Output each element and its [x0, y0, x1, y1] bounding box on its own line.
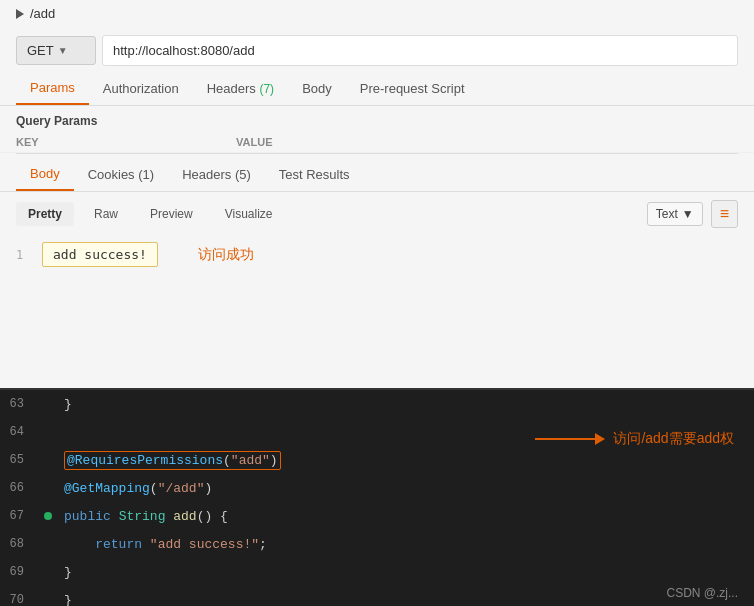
response-line: 1 add success! 访问成功: [16, 242, 738, 267]
format-visualize[interactable]: Visualize: [213, 202, 285, 226]
wrap-button[interactable]: ≡: [711, 200, 738, 228]
response-tabs: Body Cookies (1) Headers (5) Test Result…: [0, 158, 754, 192]
code-text-67: public String add() {: [60, 509, 754, 524]
headers-badge: (7): [259, 82, 274, 96]
tab-pre-request[interactable]: Pre-request Script: [346, 73, 479, 104]
arrow-shaft: [535, 438, 595, 440]
response-content: add success!: [42, 242, 158, 267]
format-type-label: Text: [656, 207, 678, 221]
code-text-70: }: [60, 593, 754, 607]
response-body: 1 add success! 访问成功: [0, 236, 754, 273]
col-key-header: KEY: [16, 136, 236, 148]
top-panel: /add GET ▼ Params Authorization Headers …: [0, 0, 754, 390]
line-num-70: 70: [0, 593, 36, 606]
tab-params[interactable]: Params: [16, 72, 89, 105]
watermark: CSDN @.zj...: [666, 586, 738, 600]
code-text-63: }: [60, 397, 754, 412]
url-input[interactable]: [102, 35, 738, 66]
cookies-badge: (1): [138, 167, 154, 182]
line-num-68: 68: [0, 537, 36, 551]
code-annotation: 访问/add需要add权: [535, 430, 734, 448]
line-num-66: 66: [0, 481, 36, 495]
code-text-69: }: [60, 565, 754, 580]
bottom-panel: 63 } 64 65 @RequiresPermissions("add") 6…: [0, 390, 754, 606]
line-num-67: 67: [0, 509, 36, 523]
code-text-65: @RequiresPermissions("add"): [60, 453, 754, 468]
table-header: KEY VALUE: [0, 132, 754, 153]
code-annotation-text: 访问/add需要add权: [613, 430, 734, 448]
request-tabs: Params Authorization Headers (7) Body Pr…: [0, 72, 754, 106]
tab-headers[interactable]: Headers (7): [193, 73, 288, 104]
response-tab-body[interactable]: Body: [16, 158, 74, 191]
gutter-67: [36, 512, 60, 520]
code-line-67: 67 public String add() {: [0, 502, 754, 530]
code-line-65: 65 @RequiresPermissions("add"): [0, 446, 754, 474]
endpoint-path: /add: [30, 6, 55, 21]
code-line-63: 63 }: [0, 390, 754, 418]
breakpoint-dot: [44, 512, 52, 520]
code-line-70: 70 }: [0, 586, 754, 606]
code-line-66: 66 @GetMapping("/add"): [0, 474, 754, 502]
response-line-num: 1: [16, 248, 32, 262]
tab-authorization[interactable]: Authorization: [89, 73, 193, 104]
line-num-63: 63: [0, 397, 36, 411]
query-params-label: Query Params: [0, 106, 754, 132]
col-value-header: VALUE: [236, 136, 272, 148]
format-type-select[interactable]: Text ▼: [647, 202, 703, 226]
success-annotation: 访问成功: [198, 246, 254, 264]
response-tab-test-results[interactable]: Test Results: [265, 159, 364, 190]
format-pretty[interactable]: Pretty: [16, 202, 74, 226]
collapse-icon[interactable]: [16, 9, 24, 19]
response-headers-badge: (5): [235, 167, 251, 182]
method-select[interactable]: GET ▼: [16, 36, 96, 65]
url-bar: GET ▼: [0, 25, 754, 72]
annotation-highlight: @RequiresPermissions("add"): [64, 451, 281, 470]
arrow-head: [595, 433, 605, 445]
method-label: GET: [27, 43, 54, 58]
arrow-line: [535, 433, 605, 445]
response-tab-headers[interactable]: Headers (5): [168, 159, 265, 190]
endpoint-title: /add: [0, 0, 754, 25]
format-chevron-icon: ▼: [682, 207, 694, 221]
code-line-69: 69 }: [0, 558, 754, 586]
tab-body[interactable]: Body: [288, 73, 346, 104]
format-raw[interactable]: Raw: [82, 202, 130, 226]
format-preview[interactable]: Preview: [138, 202, 205, 226]
format-row: Pretty Raw Preview Visualize Text ▼ ≡: [0, 192, 754, 236]
code-text-66: @GetMapping("/add"): [60, 481, 754, 496]
line-num-69: 69: [0, 565, 36, 579]
line-num-64: 64: [0, 425, 36, 439]
divider: [16, 153, 738, 154]
line-num-65: 65: [0, 453, 36, 467]
response-tab-cookies[interactable]: Cookies (1): [74, 159, 168, 190]
code-area: 63 } 64 65 @RequiresPermissions("add") 6…: [0, 390, 754, 606]
chevron-icon: ▼: [58, 45, 68, 56]
code-line-68: 68 return "add success!";: [0, 530, 754, 558]
code-text-68: return "add success!";: [60, 537, 754, 552]
